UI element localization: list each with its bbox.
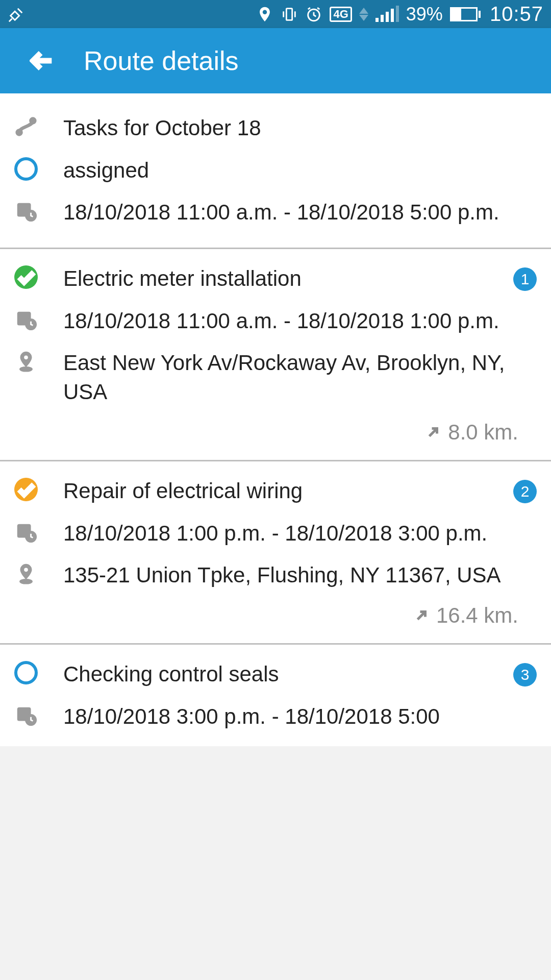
task-status-icon xyxy=(14,660,38,684)
location-icon xyxy=(256,6,273,23)
signal-icon xyxy=(375,7,399,22)
task-item[interactable]: Repair of electrical wiring 2 18/10/2018… xyxy=(0,461,551,645)
calendar-clock-icon xyxy=(14,702,38,727)
task-status-icon xyxy=(14,264,38,289)
back-button[interactable] xyxy=(22,40,63,81)
svg-rect-0 xyxy=(287,8,292,20)
task-address: East New York Av/Rockaway Av, Brooklyn, … xyxy=(63,349,537,406)
svg-rect-2 xyxy=(294,11,296,17)
route-icon xyxy=(14,114,38,138)
task-title: Electric meter installation xyxy=(63,264,488,293)
task-number-badge: 3 xyxy=(513,663,537,687)
task-number-badge: 2 xyxy=(513,480,537,503)
distance-value: 8.0 km. xyxy=(448,420,518,445)
task-time: 18/10/2018 3:00 p.m. - 18/10/2018 5:00 xyxy=(63,702,537,731)
location-pin-icon xyxy=(14,349,38,373)
svg-point-16 xyxy=(20,580,32,584)
task-time: 18/10/2018 1:00 p.m. - 18/10/2018 3:00 p… xyxy=(63,519,537,548)
route-title: Tasks for October 18 xyxy=(63,114,537,143)
calendar-clock-icon xyxy=(14,198,38,223)
route-time-range: 18/10/2018 11:00 a.m. - 18/10/2018 5:00 … xyxy=(63,198,537,227)
route-status: assigned xyxy=(63,156,537,185)
location-pin-icon xyxy=(14,561,38,585)
task-item[interactable]: Checking control seals 3 18/10/2018 3:00… xyxy=(0,645,551,746)
distance-value: 16.4 km. xyxy=(436,603,518,628)
svg-point-12 xyxy=(20,368,32,372)
satellite-icon xyxy=(8,6,25,23)
vibrate-icon xyxy=(281,6,298,23)
task-status-icon xyxy=(14,477,38,501)
app-bar: Route details xyxy=(0,28,551,93)
data-arrows-icon xyxy=(359,8,368,21)
calendar-clock-icon xyxy=(14,519,38,544)
task-distance: 16.4 km. xyxy=(14,603,537,628)
task-number-badge: 1 xyxy=(513,267,537,291)
network-4g-badge: 4G xyxy=(330,7,352,22)
task-title: Checking control seals xyxy=(63,660,488,689)
status-bar: 4G 39% 10:57 xyxy=(0,0,551,28)
clock-time: 10:57 xyxy=(488,3,543,26)
route-header[interactable]: Tasks for October 18 assigned 18/10/2018… xyxy=(0,93,551,249)
battery-percent: 39% xyxy=(406,4,443,25)
task-title: Repair of electrical wiring xyxy=(63,477,488,506)
task-distance: 8.0 km. xyxy=(14,420,537,445)
task-item[interactable]: Electric meter installation 1 18/10/2018… xyxy=(0,249,551,461)
task-time: 18/10/2018 11:00 a.m. - 18/10/2018 1:00 … xyxy=(63,307,537,336)
status-icon xyxy=(14,156,38,181)
svg-rect-1 xyxy=(283,11,285,17)
calendar-clock-icon xyxy=(14,307,38,331)
alarm-icon xyxy=(305,6,322,23)
battery-icon xyxy=(450,7,481,21)
page-title: Route details xyxy=(84,45,239,76)
task-address: 135-21 Union Tpke, Flushing, NY 11367, U… xyxy=(63,561,537,590)
